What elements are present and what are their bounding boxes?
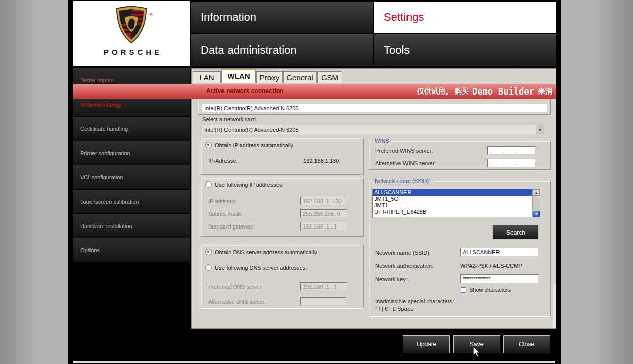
- network-key-label: Network key:: [375, 276, 408, 282]
- checkbox-label: Show characters: [469, 287, 511, 293]
- inadmissible-label: Inadmissible special characters:: [375, 298, 454, 304]
- dns-group: Obtain DNS server address automatically …: [201, 245, 364, 308]
- wins-group-label: WINS: [373, 138, 391, 144]
- settings-sidebar: Tester imprint Network settings Certific…: [73, 68, 190, 359]
- network-card-selected: Intel(R) Centrino(R) Advanced-N 6205: [202, 127, 536, 133]
- radio-icon: [205, 142, 212, 148]
- network-settings-panel: LAN WLAN Proxy General GSM Intel(R) Cent…: [191, 68, 556, 329]
- search-button[interactable]: Search: [492, 225, 539, 240]
- ip-auto-group: Obtain IP address automatically IP-Adres…: [201, 138, 364, 175]
- ssid-group: Network name (SSID): ALLSCANNER JMT1_5G …: [369, 181, 551, 316]
- trial-watermark-text: 仅供试用。 购买 Demo Builder 来消: [417, 84, 552, 99]
- trial-prefix: 仅供试用。 购买: [417, 87, 469, 96]
- ssid-list: ALLSCANNER JMT1_5G JMT1 UTT-HIPER_E6428B…: [372, 189, 541, 218]
- demo-builder-brand: Demo Builder: [472, 86, 534, 97]
- network-tabs: LAN WLAN Proxy General GSM: [193, 69, 343, 83]
- preferred-wins-label: Preferred WINS server:: [375, 148, 433, 154]
- ssid-list-item[interactable]: JMT1_5G: [373, 196, 533, 202]
- ip-manual-group: Use following IP addresses: IP address: …: [201, 178, 364, 237]
- menu-settings[interactable]: Settings: [374, 2, 556, 33]
- alternative-wins-label: Alternative WINS server:: [375, 160, 436, 166]
- subnet-mask-field[interactable]: 255.255.255. 0: [300, 209, 347, 218]
- ssid-list-scrollbar[interactable]: ▲ ▼: [532, 189, 540, 217]
- network-card-select[interactable]: Intel(R) Centrino(R) Advanced-N 6205 ▾: [202, 125, 545, 135]
- scroll-up-icon[interactable]: ▲: [533, 189, 540, 196]
- radio-icon: [205, 264, 212, 271]
- auth-label: Network authentication:: [375, 263, 433, 269]
- subnet-mask-label: Subnet mask:: [208, 211, 242, 217]
- radio-label: Obtain IP address automatically: [215, 142, 293, 148]
- tab-lan[interactable]: LAN: [193, 71, 221, 83]
- radio-icon: [205, 249, 212, 255]
- ssid-name-field[interactable]: ALLSCANNER: [460, 248, 539, 257]
- alternative-dns-label: Alternative DNS server:: [208, 299, 266, 305]
- radio-obtain-ip-auto[interactable]: Obtain IP address automatically: [205, 142, 293, 148]
- alternative-wins-field[interactable]: . . .: [487, 159, 536, 167]
- ssid-list-item[interactable]: UTT-HIPER_E6428B: [373, 209, 533, 215]
- app-window: ® PORSCHE Information Settings Data admi…: [68, 0, 561, 364]
- tab-general[interactable]: General: [283, 71, 316, 83]
- ip-address-label: IP address:: [208, 198, 236, 204]
- active-connection-group-label: Active network connection: [206, 87, 284, 95]
- menu-data-administration[interactable]: Data administration: [191, 34, 373, 66]
- inadmissible-chars: " \ | € · £ Space: [375, 306, 413, 312]
- menu-information[interactable]: Information: [191, 2, 373, 33]
- porsche-crest-icon: [113, 5, 150, 45]
- chevron-down-icon[interactable]: ▾: [536, 125, 544, 134]
- sidebar-item-vci-configuration[interactable]: VCI configuration: [73, 165, 190, 190]
- sidebar-item-printer-configuration[interactable]: Printer configuration: [73, 141, 190, 165]
- ssid-list-item[interactable]: JMT1: [373, 202, 533, 209]
- wins-group: WINS Preferred WINS server: . . . Altern…: [369, 141, 551, 170]
- taskbar-strip: [73, 361, 555, 363]
- scrollbar[interactable]: [553, 284, 556, 328]
- radio-label: Obtain DNS server address automatically: [215, 249, 317, 255]
- preferred-wins-field[interactable]: . . .: [487, 146, 536, 155]
- radio-obtain-dns-auto[interactable]: Obtain DNS server address automatically: [205, 249, 317, 255]
- trial-watermark-banner: Active network connection 仅供试用。 购买 Demo …: [73, 84, 556, 99]
- preferred-dns-label: Preferred DNS server:: [208, 284, 263, 290]
- trial-suffix: 来消: [538, 87, 552, 96]
- radio-label: Use following DNS server addresses:: [215, 265, 307, 271]
- ssid-group-label: Network name (SSID):: [373, 178, 432, 184]
- active-connection-value[interactable]: Intel(R) Centrino(R) Advanced-N 6205: [202, 104, 548, 113]
- menu-tools[interactable]: Tools: [374, 34, 556, 66]
- network-key-field[interactable]: *************: [460, 274, 539, 283]
- ip-adresse-label: IP-Adresse:: [208, 158, 237, 164]
- standard-gateway-field[interactable]: 192.168. 1 . 1: [300, 222, 347, 231]
- checkbox-icon: [461, 287, 466, 293]
- ssid-list-item[interactable]: ALLSCANNER: [373, 189, 533, 196]
- select-card-label: Select a network card.: [202, 116, 257, 122]
- radio-use-dns[interactable]: Use following DNS server addresses:: [205, 264, 307, 271]
- sidebar-item-hardware-installation[interactable]: Hardware installation: [73, 214, 190, 238]
- preferred-dns-field[interactable]: 192.168. 1 . 1: [300, 282, 347, 291]
- sidebar-item-options[interactable]: Options: [73, 238, 190, 262]
- sidebar-item-touchscreen-calibration[interactable]: Touchscreen calibration: [73, 190, 190, 214]
- show-characters-checkbox[interactable]: Show characters: [461, 287, 511, 293]
- mouse-cursor: [473, 346, 482, 358]
- close-button[interactable]: Close: [503, 335, 550, 353]
- radio-label: Use following IP addresses:: [215, 181, 284, 188]
- registered-trademark: ®: [149, 12, 153, 17]
- tab-wlan[interactable]: WLAN: [221, 69, 256, 83]
- porsche-wordmark: PORSCHE: [101, 48, 162, 56]
- alternative-dns-field[interactable]: [300, 297, 347, 306]
- sidebar-item-certificate-handling[interactable]: Certificate handling: [73, 117, 190, 141]
- tab-proxy[interactable]: Proxy: [256, 71, 283, 83]
- ip-address-field[interactable]: 192.168. 1 .130: [300, 197, 347, 205]
- update-button[interactable]: Update: [403, 335, 450, 353]
- standard-gateway-label: Standard gateway:: [208, 223, 255, 230]
- scroll-down-icon[interactable]: ▼: [533, 211, 540, 217]
- porsche-logo: ® PORSCHE: [73, 1, 190, 66]
- tab-gsm[interactable]: GSM: [317, 71, 342, 83]
- auth-value: WPA2-PSK / AES-CCMP: [460, 263, 522, 269]
- ssid-name-label: Network name (SSID):: [375, 250, 431, 256]
- ip-adresse-value: 192.168.1.130: [303, 158, 339, 164]
- radio-use-ip[interactable]: Use following IP addresses:: [205, 181, 284, 188]
- radio-icon: [205, 181, 212, 188]
